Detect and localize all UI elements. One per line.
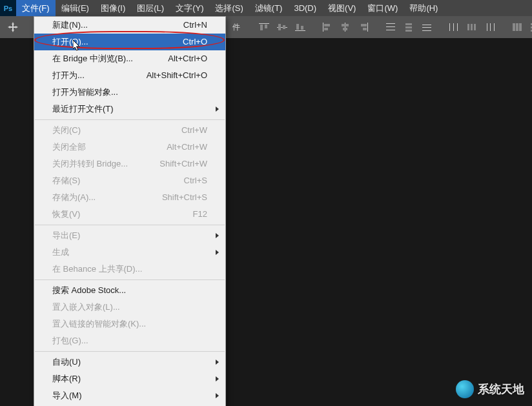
file-menu-item-18[interactable]: 搜索 Adobe Stock... (34, 282, 225, 299)
file-menu-item-8: 关闭全部Alt+Ctrl+W (34, 139, 225, 156)
align-bottom-icon[interactable] (292, 20, 309, 34)
extra-align-1-icon[interactable] (509, 20, 526, 34)
file-menu-item-11: 存储为(A)...Shift+Ctrl+S (34, 189, 225, 206)
menu-separator (35, 119, 225, 120)
svg-rect-23 (405, 30, 412, 32)
menu-item-label: 导入(M) (52, 390, 82, 401)
distribute-top-icon[interactable] (382, 20, 399, 34)
submenu-arrow-icon (216, 376, 219, 381)
file-menu-item-23[interactable]: 自动(U) (34, 354, 225, 370)
svg-rect-33 (487, 23, 487, 31)
file-menu-item-1[interactable]: 打开(O)...Ctrl+O (34, 34, 225, 50)
menu-10[interactable]: 帮助(H) (404, 0, 444, 16)
file-menu-item-2[interactable]: 在 Bridge 中浏览(B)...Alt+Ctrl+O (34, 50, 225, 67)
file-menu-item-20: 置入链接的智能对象(K)... (34, 316, 225, 332)
file-menu-item-14: 导出(E) (34, 227, 225, 244)
file-menu-item-10: 存储(S)Ctrl+S (34, 172, 225, 189)
submenu-arrow-icon (216, 107, 219, 112)
menu-item-shortcut: Ctrl+N (183, 19, 207, 31)
svg-rect-2 (265, 25, 267, 28)
file-menu-item-15: 生成 (34, 244, 225, 261)
file-menu-item-21: 打包(G)... (34, 332, 225, 349)
svg-rect-15 (367, 23, 368, 32)
menu-item-label: 关闭(C) (52, 125, 81, 136)
menu-item-label: 新建(N)... (52, 19, 88, 31)
file-menu-item-19: 置入嵌入对象(L)... (34, 299, 225, 316)
menu-3[interactable]: 图层(L) (131, 0, 170, 16)
menu-item-label: 打开为智能对象... (52, 86, 118, 98)
align-top-icon[interactable] (256, 20, 272, 34)
svg-rect-14 (343, 28, 347, 30)
menu-0[interactable]: 文件(F) (16, 0, 56, 16)
menu-item-label: 打包(G)... (52, 335, 88, 347)
svg-rect-36 (513, 23, 515, 31)
menu-item-label: 存储(S) (52, 175, 80, 187)
distribute-hcenter-icon[interactable] (464, 20, 480, 34)
file-menu-item-0[interactable]: 新建(N)...Ctrl+N (34, 17, 225, 34)
submenu-arrow-icon (216, 360, 219, 365)
svg-rect-21 (405, 23, 412, 25)
file-menu-item-16: 在 Behance 上共享(D)... (34, 261, 225, 278)
file-menu-item-3[interactable]: 打开为...Alt+Shift+Ctrl+O (34, 67, 225, 84)
svg-rect-11 (324, 28, 328, 30)
file-menu-item-25[interactable]: 导入(M) (34, 387, 225, 404)
menu-item-label: 置入嵌入对象(L)... (52, 301, 120, 313)
svg-rect-10 (324, 24, 330, 26)
svg-rect-34 (490, 23, 491, 31)
watermark-text: 系统天地 (478, 381, 524, 397)
menu-6[interactable]: 滤镜(T) (249, 0, 289, 16)
menu-item-label: 搜索 Adobe Stock... (52, 285, 126, 296)
svg-rect-9 (323, 23, 323, 32)
menu-5[interactable]: 选择(S) (209, 0, 249, 16)
menu-7[interactable]: 3D(D) (288, 0, 322, 16)
file-menu-item-5[interactable]: 最近打开文件(T) (34, 101, 225, 117)
svg-rect-17 (363, 28, 367, 30)
svg-rect-13 (342, 24, 349, 26)
menu-item-label: 生成 (52, 247, 69, 258)
menu-9[interactable]: 窗口(W) (362, 0, 404, 16)
svg-rect-29 (457, 23, 458, 31)
svg-rect-6 (295, 30, 305, 31)
svg-rect-28 (453, 23, 454, 31)
file-menu-item-7: 关闭(C)Ctrl+W (34, 122, 225, 139)
align-left-icon[interactable] (319, 20, 336, 34)
menu-item-label: 存储为(A)... (52, 192, 96, 203)
svg-rect-30 (467, 24, 469, 30)
truncated-option-label: 件 (232, 22, 240, 33)
move-tool-icon[interactable] (0, 16, 26, 38)
menu-2[interactable]: 图像(I) (95, 0, 131, 16)
menu-item-label: 导出(E) (52, 230, 80, 241)
menu-item-label: 置入链接的智能对象(K)... (52, 318, 146, 330)
menu-item-shortcut: Shift+Ctrl+S (162, 192, 207, 203)
distribute-left-icon[interactable] (445, 20, 462, 34)
svg-rect-7 (296, 24, 299, 30)
menu-separator (35, 225, 225, 225)
file-menu-item-4[interactable]: 打开为智能对象... (34, 84, 225, 101)
menu-item-shortcut: Alt+Ctrl+W (167, 141, 207, 153)
menu-item-label: 恢复(V) (52, 208, 80, 220)
menu-item-label: 脚本(R) (52, 373, 81, 385)
distribute-vcenter-icon[interactable] (400, 20, 417, 34)
file-menu-item-24[interactable]: 脚本(R) (34, 370, 225, 387)
menu-item-shortcut: Ctrl+W (181, 125, 207, 136)
align-hcenter-icon[interactable] (337, 20, 354, 34)
menu-4[interactable]: 文字(Y) (170, 0, 209, 16)
menu-8[interactable]: 视图(V) (322, 0, 362, 16)
svg-rect-26 (422, 30, 431, 31)
menu-1[interactable]: 编辑(E) (56, 0, 95, 16)
extra-align-2-icon[interactable] (527, 20, 532, 34)
distribute-right-icon[interactable] (482, 20, 498, 34)
menu-item-label: 关闭并转到 Bridge... (52, 158, 128, 170)
menu-bar: Ps 文件(F)编辑(E)图像(I)图层(L)文字(Y)选择(S)滤镜(T)3D… (0, 0, 532, 16)
align-vcenter-icon[interactable] (274, 20, 291, 34)
svg-rect-37 (516, 23, 518, 31)
align-right-icon[interactable] (355, 20, 372, 34)
menu-item-label: 打开(O)... (52, 36, 88, 48)
submenu-arrow-icon (216, 250, 219, 255)
app-icon: Ps (0, 0, 16, 16)
menu-item-label: 在 Behance 上共享(D)... (52, 263, 142, 275)
distribute-bottom-icon[interactable] (418, 20, 435, 34)
svg-rect-32 (474, 24, 476, 30)
menu-item-label: 自动(U) (52, 356, 81, 368)
svg-rect-24 (422, 25, 431, 25)
